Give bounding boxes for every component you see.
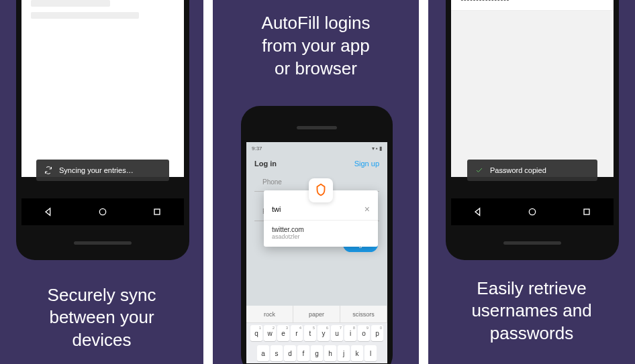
phone-chin (16, 225, 189, 260)
phone-screen-2: 9:37 ▾ ▪ ▮ Log in Sign up Phone Pass For… (246, 142, 387, 363)
toast-text: Password copied (490, 166, 546, 174)
nav-recent-icon[interactable] (152, 206, 162, 217)
skeleton-content (21, 0, 184, 35)
lockwise-logo-icon (309, 178, 333, 202)
keyboard-key[interactable]: 4r (291, 325, 303, 341)
android-navbar (21, 198, 184, 225)
svg-point-0 (99, 208, 105, 215)
password-field: Password •••••••••••••••• (451, 0, 614, 11)
keyboard-key[interactable]: 9o (358, 325, 370, 341)
suggestion[interactable]: paper (293, 306, 340, 322)
keyboard-key[interactable]: 6y (318, 325, 330, 341)
keyboard: rock paper scissors 1q2w3e4r5t6y7u8i9o0p… (246, 306, 387, 363)
keyboard-key[interactable]: j (338, 345, 350, 361)
keyboard-row-2: asdfghjkl (246, 343, 387, 363)
keyboard-key[interactable]: 1q (250, 325, 262, 341)
keyboard-key[interactable]: 3e (277, 325, 289, 341)
copy-toast: Password copied (467, 160, 597, 181)
keyboard-key[interactable]: 0p (371, 325, 383, 341)
login-tab[interactable]: Log in (254, 160, 277, 168)
svg-point-8 (529, 208, 535, 215)
panel-autofill: AutoFill logins from your app or browser… (213, 0, 419, 364)
keyboard-key[interactable]: l (364, 345, 377, 361)
keyboard-key[interactable]: 8i (344, 325, 356, 341)
panel-sync: Syncing your entries… Securely sync betw… (0, 0, 203, 364)
status-icons: ▾ ▪ ▮ (372, 145, 382, 151)
nav-recent-icon[interactable] (581, 206, 592, 217)
caption-2: AutoFill logins from your app or browser (213, 12, 419, 80)
phone-mockup-1: Syncing your entries… (16, 0, 189, 260)
sync-toast: Syncing your entries… (36, 160, 169, 181)
android-navbar (451, 198, 614, 225)
keyboard-key[interactable]: g (311, 345, 323, 361)
suggestion[interactable]: rock (246, 306, 293, 322)
phone-screen-1 (21, 0, 184, 177)
toast-text: Syncing your entries… (59, 166, 134, 174)
caption-3: Easily retrieve usernames and passwords (428, 278, 635, 345)
status-bar: 9:37 ▾ ▪ ▮ (246, 142, 387, 154)
autofill-result[interactable]: twitter.com asadotzler (264, 220, 378, 247)
nav-home-icon[interactable] (97, 206, 108, 217)
keyboard-suggestions: rock paper scissors (246, 306, 387, 323)
keyboard-key[interactable]: h (324, 345, 336, 361)
keyboard-key[interactable]: 7u (331, 325, 343, 341)
signup-link[interactable]: Sign up (354, 160, 379, 168)
svg-rect-1 (154, 209, 160, 215)
result-domain: twitter.com (272, 226, 370, 233)
status-time: 9:37 (252, 145, 262, 151)
app-header: Log in Sign up (246, 154, 387, 173)
phone-chin (446, 225, 619, 260)
keyboard-key[interactable]: f (297, 345, 309, 361)
phone-mockup-2: 9:37 ▾ ▪ ▮ Log in Sign up Phone Pass For… (241, 106, 393, 364)
phone-screen-3: Username asadotzler Password •••••••••••… (451, 0, 614, 177)
password-value: •••••••••••••••• (460, 0, 604, 7)
nav-back-icon[interactable] (473, 206, 483, 217)
keyboard-key[interactable]: 2w (264, 325, 276, 341)
keyboard-key[interactable]: 5t (304, 325, 316, 341)
keyboard-key[interactable]: d (284, 345, 296, 361)
svg-rect-9 (584, 209, 589, 215)
keyboard-row-1: 1q2w3e4r5t6y7u8i9o0p (246, 323, 387, 343)
nav-home-icon[interactable] (527, 206, 538, 217)
nav-back-icon[interactable] (43, 206, 54, 217)
suggestion[interactable]: scissors (340, 306, 387, 322)
keyboard-key[interactable]: s (271, 345, 283, 361)
close-icon[interactable]: × (364, 204, 370, 215)
check-icon (475, 166, 483, 174)
blank-background (451, 11, 614, 177)
autofill-search-text: twi (272, 205, 281, 213)
caption-1: Securely sync between your devices (0, 284, 203, 352)
result-username: asadotzler (272, 233, 370, 240)
autofill-popup: twi × twitter.com asadotzler (264, 190, 378, 247)
sync-icon (44, 166, 52, 174)
panel-retrieve: Username asadotzler Password •••••••••••… (428, 0, 635, 364)
phone-top (246, 113, 387, 142)
keyboard-key[interactable]: a (257, 345, 269, 361)
phone-mockup-3: Username asadotzler Password •••••••••••… (446, 0, 619, 260)
keyboard-key[interactable]: k (351, 345, 363, 361)
